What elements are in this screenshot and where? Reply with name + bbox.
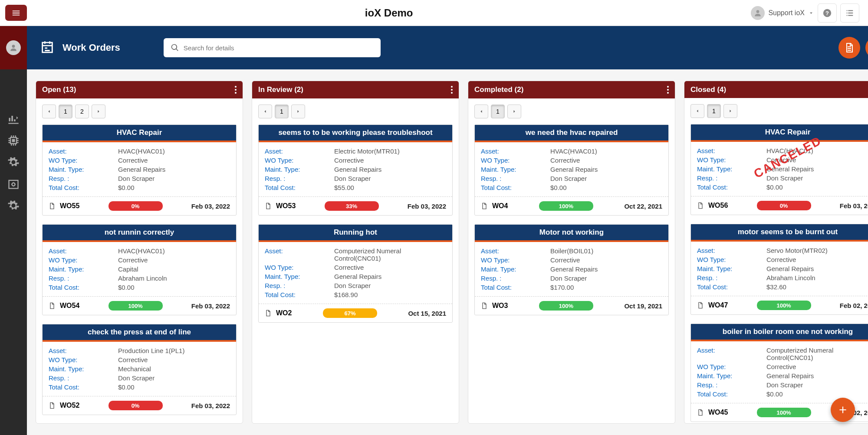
wo-type-value: Corrective <box>118 356 230 363</box>
page-next[interactable] <box>723 104 737 118</box>
page-button[interactable]: 2 <box>75 105 89 118</box>
field-label: Maint. Type: <box>49 365 118 373</box>
add-fab[interactable] <box>831 398 855 422</box>
card-title: Motor not working <box>475 225 668 240</box>
card-title: motor seems to be burnt out <box>691 224 868 240</box>
settings-icon[interactable] <box>7 200 20 212</box>
page-next[interactable] <box>507 105 521 118</box>
work-order-card[interactable]: CANCELED HVAC Repair Asset:HVAC(HVAC01) … <box>690 124 868 215</box>
wo-id: WO4 <box>492 202 508 210</box>
svg-rect-6 <box>9 180 18 189</box>
page-button[interactable]: 1 <box>59 105 72 118</box>
analytics-icon[interactable] <box>7 113 20 125</box>
field-label: WO Type: <box>49 356 118 363</box>
chevron-down-icon[interactable] <box>808 10 814 16</box>
field-label: WO Type: <box>265 264 334 271</box>
wo-type-value: Corrective <box>766 256 868 263</box>
field-label: Maint. Type: <box>49 265 118 273</box>
work-orders-icon <box>40 39 55 56</box>
kanban-column: Closed (4) 1 CANCELED HVAC Repair Asset:… <box>684 81 868 424</box>
cost-value: $0.00 <box>118 383 230 391</box>
asset-value: HVAC(HVAC01) <box>118 147 230 155</box>
maint-type-value: General Repairs <box>766 265 868 272</box>
page-prev[interactable] <box>42 105 56 118</box>
hamburger-icon <box>11 8 21 18</box>
subheader: Work Orders <box>27 26 868 69</box>
search-input[interactable] <box>184 44 374 52</box>
card-list: HVAC Repair Asset:HVAC(HVAC01) WO Type:C… <box>36 124 243 421</box>
field-label: Total Cost: <box>697 183 766 191</box>
card-title: seems to to be working please troublesho… <box>259 125 452 141</box>
menu-button[interactable] <box>5 5 27 21</box>
pager: 1 <box>468 98 675 124</box>
field-label: Asset: <box>265 247 334 262</box>
field-label: Resp. : <box>49 374 118 382</box>
file-icon <box>697 409 704 416</box>
user-avatar[interactable] <box>751 6 765 20</box>
field-label: Asset: <box>481 247 550 255</box>
list-view-button[interactable] <box>840 3 859 23</box>
pager: 1 <box>252 98 459 124</box>
column-menu[interactable] <box>451 86 453 94</box>
column-menu[interactable] <box>235 86 237 94</box>
chip-icon[interactable] <box>7 134 20 147</box>
help-icon: ? <box>822 8 832 18</box>
gear-calendar-icon[interactable] <box>7 178 20 190</box>
kanban-column: Completed (2) 1 we need the hvac repaire… <box>468 81 675 424</box>
wo-id: WO56 <box>708 202 728 209</box>
resp-value: Don Scraper <box>550 275 662 282</box>
user-name[interactable]: Support ioX <box>768 9 805 17</box>
card-title: we need the hvac repaired <box>475 125 668 141</box>
page-next[interactable] <box>291 105 305 118</box>
refresh-button[interactable] <box>865 37 868 59</box>
cost-value: $168.90 <box>334 291 446 298</box>
topbar-right: Support ioX ? <box>751 3 868 23</box>
work-order-card[interactable]: check the press at end of line Asset:Pro… <box>42 324 237 415</box>
file-icon <box>265 310 272 317</box>
page-next[interactable] <box>92 105 105 118</box>
asset-value: HVAC(HVAC01) <box>550 147 662 155</box>
work-order-card[interactable]: HVAC Repair Asset:HVAC(HVAC01) WO Type:C… <box>42 124 237 216</box>
svg-text:?: ? <box>825 10 829 16</box>
field-label: Total Cost: <box>49 284 118 291</box>
page-prev[interactable] <box>690 104 704 118</box>
work-order-card[interactable]: seems to to be working please troublesho… <box>258 124 453 216</box>
page-button[interactable]: 1 <box>491 105 505 118</box>
wo-type-value: Corrective <box>118 256 230 264</box>
search-box[interactable] <box>164 38 381 57</box>
document-button[interactable] <box>838 37 860 59</box>
work-order-card[interactable]: Motor not working Asset:Boiler(BOIL01) W… <box>474 224 669 315</box>
field-label: WO Type: <box>697 363 766 370</box>
field-label: Resp. : <box>265 282 334 289</box>
work-order-card[interactable]: not runnin correctly Asset:HVAC(HVAC01) … <box>42 224 237 315</box>
cost-value: $0.00 <box>118 284 230 291</box>
rail-icons <box>7 113 20 212</box>
gear-icon[interactable] <box>7 156 20 168</box>
work-order-card[interactable]: Running hot Asset:Computerized Numeral C… <box>258 224 453 323</box>
wo-id: WO54 <box>60 302 79 310</box>
field-label: Total Cost: <box>265 291 334 298</box>
column-title: Open (13) <box>42 85 76 94</box>
page-prev[interactable] <box>258 105 272 118</box>
resp-value: Don Scraper <box>334 175 446 182</box>
column-title: In Review (2) <box>258 85 303 94</box>
field-label: Resp. : <box>481 275 550 282</box>
work-order-card[interactable]: motor seems to be burnt out Asset:Servo … <box>690 224 868 315</box>
app-title: ioX Demo <box>365 7 413 19</box>
wo-id: WO47 <box>708 301 728 309</box>
wo-type-value: Corrective <box>766 156 868 164</box>
wo-type-value: Corrective <box>118 157 230 164</box>
column-menu[interactable] <box>667 86 669 94</box>
work-order-card[interactable]: we need the hvac repaired Asset:HVAC(HVA… <box>474 124 669 216</box>
wo-id: WO55 <box>60 202 79 210</box>
progress-badge: 100% <box>539 301 593 311</box>
field-label: Asset: <box>49 347 118 354</box>
page-button[interactable]: 1 <box>275 105 289 118</box>
help-button[interactable]: ? <box>818 3 837 23</box>
card-date: Oct 19, 2021 <box>624 302 662 310</box>
field-label: WO Type: <box>697 156 766 164</box>
field-label: Resp. : <box>49 175 118 182</box>
profile-avatar[interactable] <box>6 40 21 55</box>
page-prev[interactable] <box>474 105 488 118</box>
page-button[interactable]: 1 <box>707 104 721 118</box>
